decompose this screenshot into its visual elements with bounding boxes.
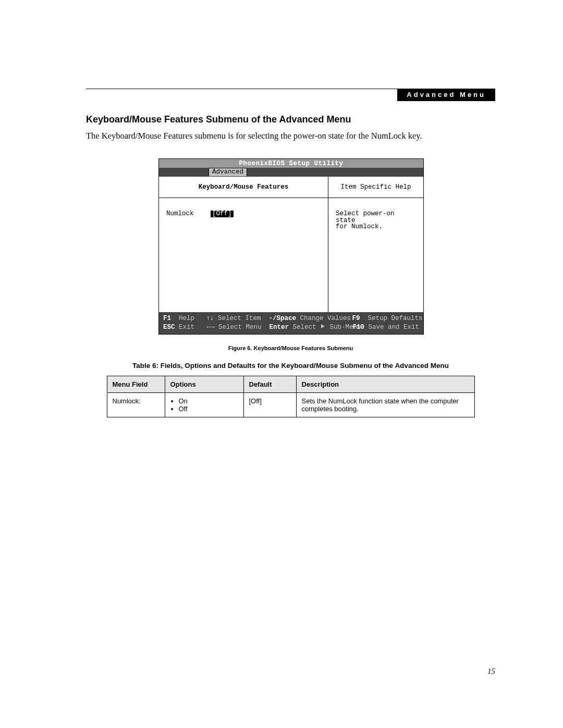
table-caption: Table 6: Fields, Options and Defaults fo…: [86, 362, 495, 369]
bios-help-line: Select power-on state: [336, 211, 416, 224]
key-updown-icon: ↑↓: [206, 315, 214, 322]
bios-right-heading: Item Specific Help: [328, 177, 423, 199]
bios-field-numlock[interactable]: Numlock [Off]: [166, 211, 321, 217]
bios-help-text: Select power-on state for Numlock.: [328, 198, 423, 230]
bios-footer: F1 Help ↑↓ Select Item -/Space Change Va…: [159, 312, 423, 334]
intro-paragraph: The Keyboard/Mouse Features submenu is f…: [86, 130, 495, 142]
header-badge: Advanced Menu: [397, 89, 495, 101]
key-f10: F10: [352, 324, 364, 331]
hint-help: Help: [179, 315, 194, 322]
bios-left-heading: Keyboard/Mouse Features: [159, 177, 328, 199]
page-number: 15: [487, 667, 495, 676]
key-minus-space: -/Space: [269, 315, 297, 322]
header-rule: Advanced Menu: [86, 89, 495, 89]
hint-select-sub: Select: [292, 324, 316, 331]
table-header-row: Menu Field Options Default Description: [107, 376, 474, 392]
cell-menu-field: Numlock:: [107, 392, 165, 417]
hint-exit: Exit: [179, 324, 194, 331]
hint-setup-defaults: Setup Defaults: [368, 315, 423, 322]
triangle-right-icon: [321, 324, 325, 328]
cell-description: Sets the NumLock function state when the…: [296, 392, 474, 417]
bios-screenshot: PhoenixBIOS Setup Utility Advanced Keybo…: [158, 158, 424, 334]
key-leftright-icon: ←→: [206, 324, 214, 331]
bios-title: PhoenixBIOS Setup Utility: [159, 159, 423, 168]
key-f9: F9: [352, 315, 360, 322]
fields-table: Menu Field Options Default Description N…: [107, 376, 475, 417]
hint-save-exit: Save and Exit: [368, 324, 419, 331]
section-title: Keyboard/Mouse Features Submenu of the A…: [86, 114, 495, 125]
option-item: Off: [179, 405, 238, 413]
th-description: Description: [296, 376, 474, 392]
th-menu-field: Menu Field: [107, 376, 165, 392]
bios-tab-advanced[interactable]: Advanced: [209, 168, 247, 177]
th-default: Default: [243, 376, 296, 392]
hint-select-menu: Select Menu: [218, 324, 262, 331]
hint-select-item: Select Item: [218, 315, 261, 322]
cell-options: On Off: [165, 392, 243, 417]
option-item: On: [179, 397, 238, 405]
cell-default: [Off]: [243, 392, 296, 417]
key-esc: ESC: [163, 324, 175, 331]
bios-field-label: Numlock: [166, 211, 211, 217]
key-f1: F1: [163, 315, 171, 322]
bios-help-line: for Numlock.: [336, 224, 416, 230]
bios-menubar: Advanced: [159, 168, 423, 177]
key-enter: Enter: [269, 324, 289, 331]
bios-field-value[interactable]: [Off]: [211, 211, 234, 217]
figure-caption: Figure 6. Keyboard/Mouse Features Submen…: [86, 345, 495, 351]
table-row: Numlock: On Off [Off] Sets the NumLock f…: [107, 392, 474, 417]
th-options: Options: [165, 376, 243, 392]
